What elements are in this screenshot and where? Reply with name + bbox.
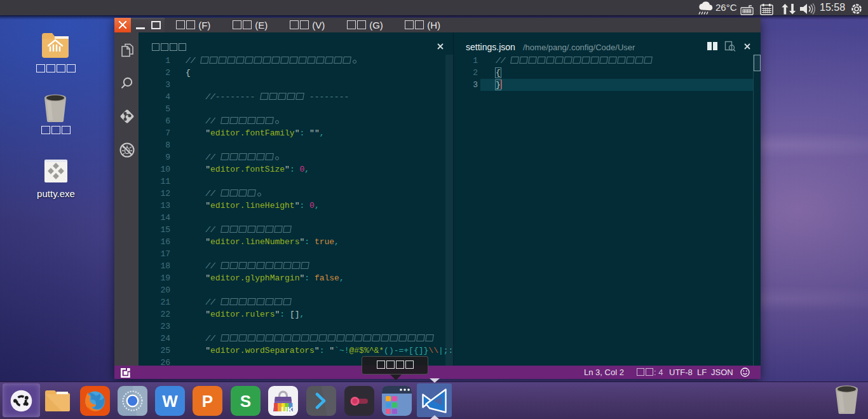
- svg-text:W: W: [162, 392, 178, 411]
- svg-text:UK: UK: [281, 405, 294, 415]
- svg-text:P: P: [202, 392, 213, 411]
- svg-text:S: S: [240, 392, 251, 411]
